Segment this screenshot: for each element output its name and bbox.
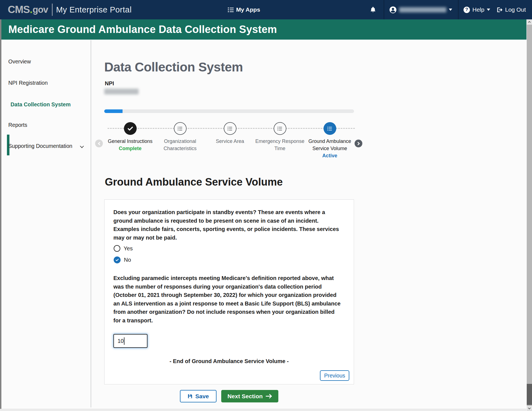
responses-input[interactable]: 10 — [113, 334, 147, 348]
brand-divider — [52, 4, 53, 16]
sidebar-nav: Overview NPI Registration Data Collectio… — [1, 40, 91, 409]
horizontal-scrollbar[interactable] — [0, 409, 526, 411]
sidebar-item-npi-registration[interactable]: NPI Registration — [8, 80, 48, 86]
section-heading: Ground Ambulance Service Volume — [105, 176, 283, 188]
my-apps-button[interactable]: My Apps — [220, 0, 268, 19]
stepper-scroll-left-button[interactable] — [95, 140, 103, 147]
radio-option-no[interactable]: No — [114, 256, 131, 263]
step-status: Active — [304, 152, 355, 160]
save-icon — [187, 394, 193, 399]
navbar-divider-2 — [458, 0, 459, 19]
responses-input-value: 10 — [118, 338, 124, 344]
radio-label: Yes — [124, 245, 133, 252]
user-icon — [389, 6, 397, 14]
vertical-scrollbar[interactable] — [527, 19, 532, 411]
question-text: Does your organization participate in — [113, 209, 213, 215]
app-banner: Medicare Ground Ambulance Data Collectio… — [0, 19, 526, 40]
step-label: Organizational Characteristics — [154, 138, 206, 152]
navbar-divider-1 — [384, 0, 384, 19]
user-name-redacted — [399, 7, 446, 12]
chevron-up-icon — [528, 21, 531, 24]
step-complete-icon — [124, 122, 137, 135]
help-icon: ? — [464, 7, 470, 13]
top-navbar: CMS . gov My Enterprise Portal My Apps ?… — [0, 0, 532, 19]
portal-title: My Enterprise Portal — [56, 5, 132, 14]
radio-option-yes[interactable]: Yes — [114, 245, 133, 252]
npi-value-redacted — [104, 89, 139, 94]
logout-icon — [496, 7, 503, 13]
progress-bar — [104, 109, 354, 113]
my-apps-label: My Apps — [236, 6, 260, 13]
radio-selected-icon — [114, 256, 121, 263]
radio-label: No — [124, 257, 131, 263]
logout-label: Log Out — [505, 6, 526, 13]
end-of-section-text: - End of Ground Ambulance Service Volume… — [105, 358, 354, 364]
cms-logo-text: CMS — [8, 4, 30, 16]
progress-bar-fill — [104, 109, 123, 113]
arrow-right-icon — [266, 394, 272, 399]
chevron-down-icon — [449, 9, 452, 11]
sidebar-item-overview[interactable]: Overview — [8, 58, 31, 65]
user-menu[interactable] — [389, 0, 452, 19]
step-ground-ambulance-service-volume[interactable]: Ground Ambulance Service Volume Active — [304, 122, 355, 160]
step-status: Complete — [105, 145, 156, 152]
step-organizational-characteristics[interactable]: Organizational Characteristics — [154, 122, 206, 152]
step-emergency-response-time[interactable]: Emergency Response Time — [254, 122, 306, 152]
list-icon — [228, 7, 234, 12]
notifications-button[interactable] — [370, 0, 376, 19]
step-label: Ground Ambulance Service Volume — [304, 138, 355, 152]
cms-logo-dot: . — [30, 4, 32, 16]
responses-question: Excluding paramedic intercepts meeting M… — [113, 274, 341, 325]
npi-label: NPI — [105, 80, 114, 87]
sidebar-item-supporting-documentation[interactable]: Supporting Documentation — [8, 143, 83, 149]
question-bold-text: standby events? — [213, 209, 256, 215]
step-service-area[interactable]: Service Area — [204, 122, 256, 145]
bell-icon — [370, 6, 376, 13]
step-label: Emergency Response Time — [254, 138, 306, 152]
scroll-down-button[interactable] — [527, 406, 532, 411]
cms-logo-gov: gov — [33, 4, 48, 15]
chevron-down-icon — [528, 407, 531, 409]
chevron-down-icon — [487, 9, 490, 11]
chevron-left-icon — [98, 142, 101, 145]
chevron-down-icon — [80, 144, 84, 148]
sidebar-item-data-collection-system[interactable]: Data Collection System — [11, 101, 71, 108]
next-section-button[interactable]: Next Section — [221, 390, 278, 402]
step-list-icon — [224, 122, 236, 135]
question-card: Does your organization participate in st… — [104, 199, 354, 384]
sidebar-item-label: Supporting Documentation — [8, 143, 72, 149]
window-left-edge — [0, 19, 1, 409]
step-list-icon — [324, 122, 336, 135]
help-label: Help — [472, 6, 484, 13]
previous-button[interactable]: Previous — [320, 370, 349, 381]
save-label: Save — [195, 393, 209, 400]
step-list-icon — [274, 122, 286, 135]
text-cursor — [124, 337, 124, 345]
radio-unselected-icon — [114, 245, 120, 252]
next-section-label: Next Section — [227, 393, 263, 400]
standby-events-question: Does your organization participate in st… — [113, 208, 341, 242]
step-list-icon — [174, 122, 187, 135]
app-title: Medicare Ground Ambulance Data Collectio… — [8, 24, 277, 35]
stepper-scroll-right-button[interactable] — [355, 140, 362, 147]
question-bold-text: responses — [164, 284, 192, 290]
step-general-instructions[interactable]: General Instructions Complete — [105, 122, 156, 152]
step-label: General Instructions — [105, 138, 156, 145]
help-menu[interactable]: ? Help — [464, 0, 490, 19]
sidebar-divider — [91, 40, 91, 407]
cms-logo: CMS . gov My Enterprise Portal — [8, 0, 132, 19]
page-title: Data Collection System — [104, 60, 243, 75]
sidebar-item-reports[interactable]: Reports — [8, 122, 27, 128]
step-label: Service Area — [204, 138, 256, 145]
chevron-right-icon — [356, 142, 360, 145]
save-button[interactable]: Save — [180, 390, 217, 402]
scrollbar-thumb[interactable] — [527, 384, 532, 405]
logout-button[interactable]: Log Out — [496, 0, 526, 19]
scroll-up-button[interactable] — [527, 19, 532, 25]
